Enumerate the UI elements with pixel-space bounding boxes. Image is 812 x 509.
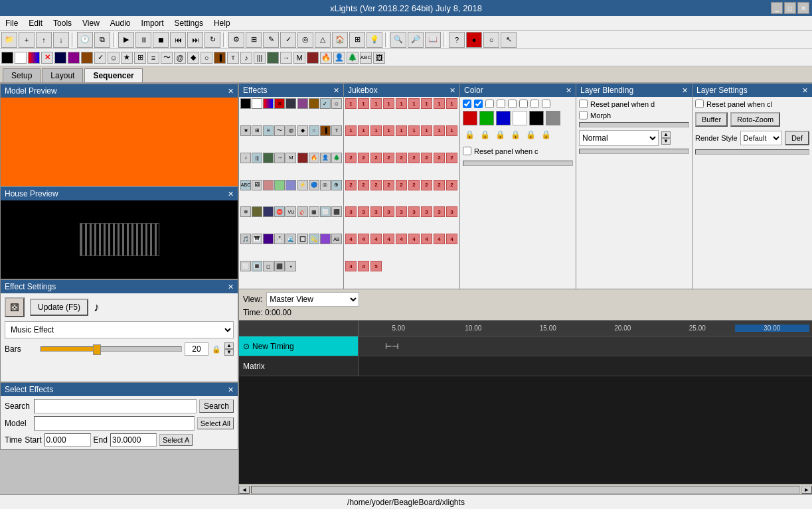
- effect-cell[interactable]: ⬛: [331, 206, 342, 217]
- effect-cell[interactable]: 〜: [274, 125, 285, 136]
- house-preview-close[interactable]: ✕: [228, 190, 234, 198]
- fx-black[interactable]: [1, 52, 13, 64]
- start-time-input[interactable]: [44, 433, 91, 447]
- download-btn[interactable]: ↓: [53, 32, 69, 48]
- help-btn[interactable]: ?: [449, 32, 465, 48]
- bulb-btn[interactable]: 💡: [366, 32, 382, 48]
- jukebox-cell[interactable]: 4: [358, 261, 369, 271]
- effect-cell[interactable]: ⛄: [274, 234, 285, 244]
- color-swatch-white[interactable]: [513, 111, 527, 125]
- select-effects-close[interactable]: ✕: [228, 386, 234, 394]
- effect-cell[interactable]: ◎: [320, 180, 331, 190]
- close-button[interactable]: ✕: [797, 2, 809, 14]
- matrix-track-content[interactable]: [359, 356, 812, 376]
- effect-cell[interactable]: [263, 153, 274, 163]
- lb-blend-mode-select[interactable]: Normal Additive Subtractive: [579, 130, 659, 146]
- jukebox-cell[interactable]: 4: [345, 234, 357, 244]
- fx-green[interactable]: [267, 52, 279, 64]
- effect-cell[interactable]: [297, 98, 308, 109]
- effect-cell[interactable]: ♪: [240, 153, 251, 163]
- effect-cell[interactable]: ⬜: [320, 206, 331, 217]
- jukebox-cell[interactable]: 1: [370, 125, 382, 136]
- fx-dark[interactable]: [54, 52, 66, 64]
- jukebox-cell[interactable]: 1: [434, 125, 445, 136]
- effect-cell[interactable]: 🎹: [252, 234, 262, 244]
- effect-cell[interactable]: ▐: [320, 125, 331, 136]
- color-lock-6[interactable]: 🔒: [539, 128, 552, 141]
- edit2-btn[interactable]: ✎: [263, 32, 279, 48]
- pause-btn[interactable]: ⏸: [135, 32, 151, 48]
- effect-cell[interactable]: 🎸: [297, 206, 308, 217]
- jukebox-cell[interactable]: 4: [396, 234, 407, 244]
- jukebox-cell[interactable]: 2: [383, 153, 394, 163]
- jukebox-cell[interactable]: 3: [383, 206, 394, 217]
- color-swatch-black[interactable]: [529, 111, 544, 125]
- maximize-button[interactable]: □: [784, 2, 796, 14]
- bars-step-down[interactable]: ▼: [224, 349, 234, 356]
- effects-close[interactable]: ✕: [333, 86, 339, 95]
- color-swatch-green[interactable]: [479, 111, 494, 125]
- jukebox-cell[interactable]: 4: [446, 234, 457, 244]
- jukebox-cell[interactable]: 3: [396, 206, 407, 217]
- effect-cell[interactable]: [263, 98, 274, 109]
- jukebox-cell[interactable]: 2: [370, 153, 382, 163]
- effect-cell[interactable]: ○: [309, 125, 319, 136]
- jukebox-cell[interactable]: 4: [383, 234, 394, 244]
- buffer-button[interactable]: Buffer: [695, 112, 728, 127]
- prev-btn[interactable]: ⏮: [170, 32, 186, 48]
- effect-cell[interactable]: |||: [252, 153, 262, 163]
- effect-cell[interactable]: [297, 153, 308, 163]
- fx-text[interactable]: T: [227, 52, 239, 64]
- jukebox-cell[interactable]: 3: [446, 206, 457, 217]
- menu-settings[interactable]: Settings: [169, 17, 208, 29]
- color-swatch-red[interactable]: [463, 111, 477, 125]
- effect-cell[interactable]: M: [285, 153, 296, 163]
- effect-cell[interactable]: 🌊: [285, 234, 296, 244]
- effect-cell[interactable]: 🔲: [297, 234, 308, 244]
- minimize-button[interactable]: _: [771, 2, 783, 14]
- effect-cell[interactable]: T: [331, 125, 342, 136]
- jukebox-cell[interactable]: 3: [434, 206, 445, 217]
- jukebox-cell[interactable]: 3: [358, 206, 369, 217]
- color-reset-checkbox[interactable]: [463, 147, 471, 155]
- light-btn[interactable]: ○: [483, 32, 499, 48]
- jukebox-cell[interactable]: 1: [345, 98, 357, 109]
- target-btn[interactable]: ◎: [297, 32, 313, 48]
- jukebox-cell[interactable]: 2: [345, 180, 357, 190]
- fx-fire[interactable]: 🔥: [320, 52, 332, 64]
- select-all-button[interactable]: Select All: [197, 417, 234, 429]
- jukebox-cell[interactable]: 1: [383, 98, 394, 109]
- cursor-btn[interactable]: ↖: [501, 32, 517, 48]
- effect-cell[interactable]: ⊕: [331, 180, 342, 190]
- check-btn[interactable]: ✓: [280, 32, 296, 48]
- color-lock-1[interactable]: 🔒: [463, 128, 476, 141]
- search-btn[interactable]: 🔍: [390, 32, 406, 48]
- effect-cell[interactable]: VU: [285, 206, 296, 217]
- effect-cell[interactable]: [320, 234, 331, 244]
- effect-cell[interactable]: [252, 206, 262, 217]
- effect-cell[interactable]: [285, 180, 296, 190]
- fx-arrow[interactable]: →: [280, 52, 292, 64]
- color-lock-4[interactable]: 🔒: [509, 128, 522, 141]
- fx-purple[interactable]: [68, 52, 80, 64]
- effect-cell[interactable]: ⬛: [274, 261, 285, 271]
- fx-orange[interactable]: [81, 52, 93, 64]
- effect-cell[interactable]: ❄: [240, 206, 251, 217]
- tab-layout[interactable]: Layout: [42, 68, 83, 82]
- clock-btn[interactable]: 🕐: [77, 32, 93, 48]
- effect-cell[interactable]: 🖼: [252, 180, 262, 190]
- layer-settings-close[interactable]: ✕: [802, 86, 808, 95]
- effect-cell[interactable]: 🔥: [309, 153, 319, 163]
- lb-scroll-2[interactable]: [579, 149, 689, 154]
- jukebox-cell[interactable]: 1: [421, 98, 432, 109]
- jukebox-cell[interactable]: 1: [345, 125, 357, 136]
- effect-cell[interactable]: ABC: [240, 180, 251, 190]
- fx-lines[interactable]: |||: [254, 52, 266, 64]
- bars-step-up[interactable]: ▲: [224, 342, 234, 349]
- fx-circle[interactable]: ○: [201, 52, 212, 64]
- effect-cell[interactable]: [263, 180, 274, 190]
- timing-track-content[interactable]: ⊢⊣: [359, 336, 812, 356]
- bars-slider-thumb[interactable]: [93, 344, 101, 355]
- effect-cell[interactable]: [252, 98, 262, 109]
- color-cb-4[interactable]: [497, 100, 505, 108]
